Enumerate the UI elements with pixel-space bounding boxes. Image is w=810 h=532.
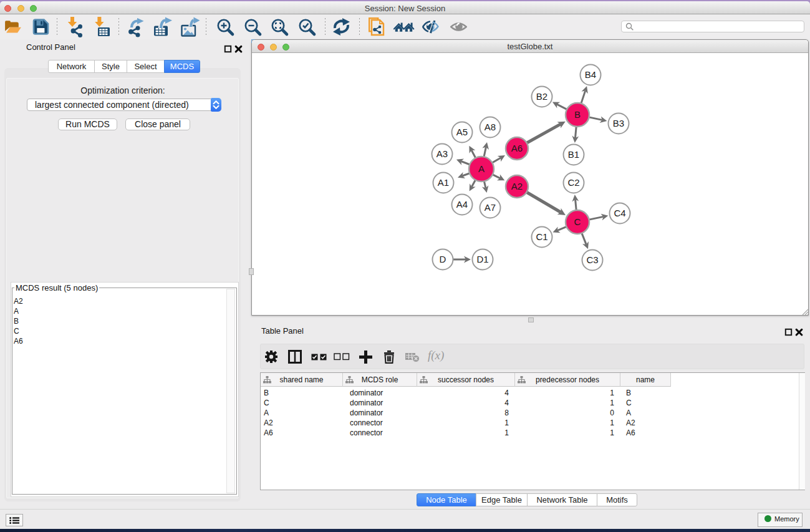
svg-text:A3: A3: [436, 148, 448, 159]
svg-text:B: B: [574, 109, 581, 120]
svg-text:B1: B1: [568, 149, 579, 160]
svg-text:D: D: [440, 254, 446, 264]
svg-text:C2: C2: [567, 177, 579, 188]
svg-text:B4: B4: [585, 69, 596, 80]
svg-text:A: A: [478, 163, 485, 174]
svg-text:A5: A5: [456, 127, 468, 137]
svg-text:A2: A2: [511, 181, 523, 191]
svg-text:A1: A1: [438, 177, 449, 188]
svg-text:B3: B3: [613, 118, 624, 128]
svg-text:A8: A8: [485, 122, 496, 132]
svg-text:A7: A7: [485, 202, 496, 213]
svg-text:C3: C3: [586, 254, 598, 265]
svg-text:C4: C4: [614, 208, 625, 218]
svg-text:C1: C1: [536, 231, 547, 242]
svg-text:B2: B2: [536, 91, 547, 102]
svg-text:A4: A4: [456, 199, 468, 210]
svg-text:C: C: [574, 216, 581, 227]
svg-text:A6: A6: [511, 143, 523, 153]
svg-text:D1: D1: [476, 254, 488, 264]
